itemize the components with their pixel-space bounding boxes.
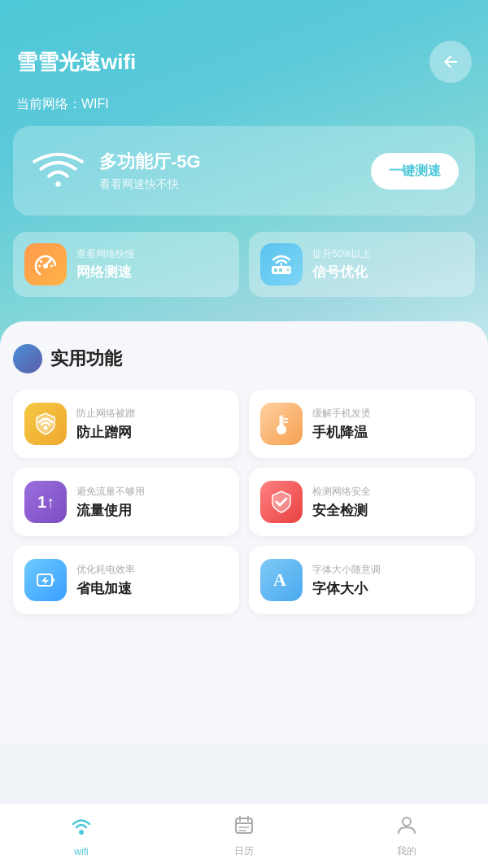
bottom-navigation: wifi 日历 我的 bbox=[0, 803, 488, 868]
battery-boost-icon bbox=[24, 559, 67, 601]
back-icon bbox=[441, 52, 460, 72]
nav-profile-icon bbox=[396, 814, 417, 841]
function-item-traffic[interactable]: 1↑ 避免流量不够用 流量使用 bbox=[13, 468, 239, 536]
svg-rect-22 bbox=[52, 578, 54, 582]
temp-reduce-text: 缓解手机发烫 手机降温 bbox=[312, 407, 371, 442]
svg-point-25 bbox=[79, 830, 84, 835]
nav-wifi-label: wifi bbox=[74, 846, 88, 857]
data-traffic-icon: 1↑ bbox=[33, 490, 58, 514]
svg-rect-11 bbox=[287, 268, 290, 271]
nav-item-wifi[interactable]: wifi bbox=[0, 806, 163, 866]
security-tag: 检测网络安全 bbox=[312, 485, 371, 499]
battery-icon bbox=[33, 568, 58, 592]
wifi-protect-title: 防止蹭网 bbox=[76, 423, 135, 442]
network-speed-icon bbox=[24, 243, 67, 286]
back-button[interactable] bbox=[429, 41, 472, 83]
svg-rect-17 bbox=[281, 423, 283, 430]
router-icon bbox=[267, 251, 296, 277]
signal-optimize-tag: 提升50%以上 bbox=[312, 247, 371, 261]
traffic-usage-icon: 1↑ bbox=[24, 481, 67, 523]
app-title: 雪雪光速wifi bbox=[16, 48, 136, 76]
nav-wifi-icon bbox=[70, 814, 93, 843]
shield-wifi-icon bbox=[33, 412, 58, 436]
wifi-protect-tag: 防止网络被蹭 bbox=[76, 407, 135, 421]
section-title: 实用功能 bbox=[50, 347, 122, 371]
nav-item-profile[interactable]: 我的 bbox=[325, 806, 488, 866]
speed-test-button[interactable]: 一键测速 bbox=[371, 153, 459, 190]
traffic-text: 避免流量不够用 流量使用 bbox=[76, 485, 145, 520]
font-title: 字体大小 bbox=[312, 579, 381, 598]
wifi-details: 多功能厅-5G 看看网速快不快 bbox=[99, 150, 201, 192]
signal-optimize-title: 信号优化 bbox=[312, 263, 371, 281]
network-speed-tag: 查看网络快慢 bbox=[76, 247, 135, 261]
function-item-temp-reduce[interactable]: 缓解手机发烫 手机降温 bbox=[249, 390, 475, 458]
temp-reduce-title: 手机降温 bbox=[312, 423, 371, 442]
wifi-protect-text: 防止网络被蹭 防止蹭网 bbox=[76, 407, 135, 442]
wifi-ssid: 多功能厅-5G bbox=[99, 150, 201, 174]
nav-profile-label: 我的 bbox=[397, 844, 416, 858]
header-background: 雪雪光速wifi 当前网络：WIFI 多功能厅-5G 看 bbox=[0, 0, 488, 346]
wifi-info-card: 多功能厅-5G 看看网速快不快 一键测速 bbox=[13, 126, 475, 216]
signal-optimize-icon bbox=[260, 243, 303, 286]
wifi-subtitle: 看看网速快不快 bbox=[99, 177, 201, 192]
svg-line-7 bbox=[50, 261, 50, 262]
svg-rect-9 bbox=[274, 268, 277, 272]
svg-text:A: A bbox=[273, 569, 286, 590]
signal-optimize-text: 提升50%以上 信号优化 bbox=[312, 247, 371, 281]
section-title-dot bbox=[13, 344, 42, 373]
svg-marker-23 bbox=[41, 578, 49, 586]
network-label: 当前网络：WIFI bbox=[0, 96, 488, 126]
top-bar: 雪雪光速wifi bbox=[0, 0, 488, 96]
battery-tag: 优化耗电效率 bbox=[76, 563, 135, 577]
network-speed-text: 查看网络快慢 网络测速 bbox=[76, 247, 135, 281]
wifi-card-left: 多功能厅-5G 看看网速快不快 bbox=[29, 142, 201, 199]
function-item-wifi-protect[interactable]: 防止网络被蹭 防止蹭网 bbox=[13, 390, 239, 458]
security-text: 检测网络安全 安全检测 bbox=[312, 485, 371, 520]
svg-point-13 bbox=[44, 426, 48, 430]
svg-point-0 bbox=[55, 181, 61, 187]
nav-calendar-icon bbox=[233, 814, 255, 841]
section-title-row: 实用功能 bbox=[13, 344, 475, 373]
font-text: 字体大小随意调 字体大小 bbox=[312, 563, 381, 598]
font-icon: A bbox=[269, 568, 294, 592]
wifi-signal-icon bbox=[32, 150, 85, 191]
wifi-large-icon bbox=[29, 142, 86, 199]
nav-item-calendar[interactable]: 日历 bbox=[163, 806, 325, 866]
network-name: WIFI bbox=[81, 97, 109, 111]
feature-cards-row: 查看网络快慢 网络测速 提升50%以上 信号优化 bbox=[13, 232, 475, 297]
temperature-icon bbox=[270, 412, 293, 436]
speedometer-icon bbox=[33, 251, 59, 277]
thermometer-icon bbox=[260, 403, 303, 445]
main-section: 实用功能 防止网络被蹭 防止蹭网 bbox=[0, 321, 488, 744]
svg-rect-10 bbox=[279, 268, 282, 272]
function-item-font[interactable]: A 字体大小随意调 字体大小 bbox=[249, 546, 475, 614]
security-shield-icon bbox=[269, 490, 294, 514]
security-title: 安全检测 bbox=[312, 501, 371, 520]
temp-reduce-tag: 缓解手机发烫 bbox=[312, 407, 371, 421]
feature-card-network-speed[interactable]: 查看网络快慢 网络测速 bbox=[13, 232, 239, 297]
battery-title: 省电加速 bbox=[76, 579, 135, 598]
traffic-title: 流量使用 bbox=[76, 501, 145, 520]
font-size-icon: A bbox=[260, 559, 303, 601]
svg-point-32 bbox=[403, 818, 411, 826]
font-tag: 字体大小随意调 bbox=[312, 563, 381, 577]
function-item-security[interactable]: 检测网络安全 安全检测 bbox=[249, 468, 475, 536]
feature-card-signal-optimize[interactable]: 提升50%以上 信号优化 bbox=[249, 232, 475, 297]
function-grid: 防止网络被蹭 防止蹭网 缓解手机发烫 手机降温 bbox=[13, 390, 475, 614]
wifi-protect-icon bbox=[24, 403, 67, 445]
svg-line-6 bbox=[41, 261, 41, 262]
nav-calendar-label: 日历 bbox=[234, 844, 254, 858]
security-check-icon bbox=[260, 481, 303, 523]
network-speed-title: 网络测速 bbox=[76, 263, 135, 281]
traffic-tag: 避免流量不够用 bbox=[76, 485, 145, 499]
function-item-battery[interactable]: 优化耗电效率 省电加速 bbox=[13, 546, 239, 614]
network-prefix: 当前网络： bbox=[16, 97, 81, 111]
battery-text: 优化耗电效率 省电加速 bbox=[76, 563, 135, 598]
svg-text:1↑: 1↑ bbox=[37, 493, 54, 511]
